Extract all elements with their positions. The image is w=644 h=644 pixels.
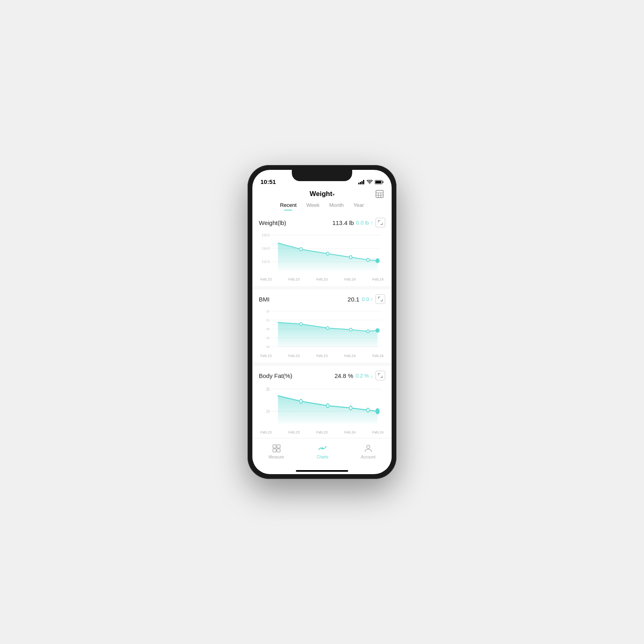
tab-year[interactable]: Year (353, 202, 364, 210)
weight-expand-btn[interactable] (376, 218, 385, 227)
bmi-chart-section: BMI 20.1 0.0 ↑ (252, 289, 392, 363)
svg-rect-47 (273, 445, 276, 448)
bodyfat-chart-dates: Feb.23 Feb.23 Feb.23 Feb.24 Feb.24 (259, 429, 385, 434)
svg-rect-50 (277, 449, 280, 452)
svg-text:18: 18 (266, 345, 269, 349)
signal-icon (358, 180, 365, 185)
svg-rect-49 (273, 449, 276, 452)
svg-point-43 (326, 404, 329, 408)
bmi-value: 20.1 (348, 296, 359, 303)
notch (292, 170, 352, 181)
bottom-tab-bar: Measure Charts Account (252, 438, 392, 470)
bmi-chart-values: 20.1 0.0 ↑ (348, 294, 385, 304)
phone-frame: 10:51 (248, 165, 396, 479)
svg-text:114.0: 114.0 (262, 247, 270, 251)
account-icon (363, 443, 374, 454)
svg-text:20: 20 (266, 327, 270, 331)
bmi-chart-dates: Feb.23 Feb.23 Feb.23 Feb.24 Feb.24 (259, 353, 385, 358)
bodyfat-chart-section: Body Fat(%) 24.8 % 0.2 % ↓ (252, 366, 392, 438)
battery-icon (375, 180, 384, 185)
bmi-chart-container: 22 21 20 19 18 (259, 307, 385, 359)
svg-point-21 (367, 258, 369, 262)
app-title: Weight▾ (310, 190, 334, 198)
svg-point-51 (322, 447, 324, 449)
svg-text:21: 21 (266, 318, 269, 322)
bodyfat-change: 0.2 % ↓ (356, 373, 373, 379)
svg-rect-2 (361, 181, 363, 184)
measure-icon (271, 443, 282, 454)
weight-chart-values: 113.4 lb 0.0 lb ↑ (332, 218, 385, 227)
phone-screen: 10:51 (252, 170, 392, 474)
bmi-chart-header: BMI 20.1 0.0 ↑ (259, 294, 385, 304)
bodyfat-value: 24.8 % (334, 372, 353, 379)
charts-icon (317, 443, 328, 454)
bodyfat-chart-header: Body Fat(%) 24.8 % 0.2 % ↓ (259, 371, 385, 380)
tab-recent[interactable]: Recent (280, 202, 297, 210)
weight-chart-label: Weight(lb) (259, 219, 286, 226)
svg-point-35 (349, 328, 352, 331)
charts-label: Charts (317, 455, 328, 459)
period-tabs: Recent Week Month Year (252, 200, 392, 213)
tab-bar-measure[interactable]: Measure (268, 443, 284, 459)
weight-value: 113.4 lb (332, 219, 354, 226)
svg-text:112.0: 112.0 (262, 260, 270, 264)
tab-month[interactable]: Month (329, 202, 344, 210)
measure-label: Measure (268, 455, 284, 459)
svg-point-20 (349, 256, 352, 259)
svg-point-42 (299, 399, 302, 403)
svg-point-44 (349, 406, 352, 410)
svg-rect-48 (277, 445, 280, 448)
svg-point-19 (326, 252, 329, 255)
svg-rect-0 (358, 183, 359, 184)
svg-text:24: 24 (266, 409, 269, 414)
weight-chart-container: 116.0 114.0 112.0 (259, 231, 385, 283)
account-label: Account (361, 455, 376, 459)
svg-point-36 (367, 330, 369, 333)
svg-rect-5 (383, 182, 384, 183)
home-indicator (296, 470, 348, 472)
bmi-chart-svg: 22 21 20 19 18 (259, 307, 385, 351)
dropdown-arrow[interactable]: ▾ (332, 192, 334, 197)
weight-chart-dates: Feb.23 Feb.23 Feb.23 Feb.24 Feb.24 (259, 277, 385, 281)
svg-text:116.0: 116.0 (262, 233, 270, 237)
svg-point-34 (326, 327, 329, 330)
svg-text:19: 19 (266, 336, 269, 340)
weight-chart-section: Weight(lb) 113.4 lb 0.0 lb ↑ (252, 213, 392, 286)
weight-chart-header: Weight(lb) 113.4 lb 0.0 lb ↑ (259, 218, 385, 227)
svg-text:22: 22 (266, 310, 269, 313)
svg-rect-3 (363, 180, 364, 184)
status-icons (358, 180, 384, 185)
svg-rect-6 (376, 181, 382, 184)
svg-rect-1 (360, 182, 361, 184)
weight-change: 0.0 lb ↑ (356, 220, 373, 226)
weight-chart-svg: 116.0 114.0 112.0 (259, 231, 385, 275)
svg-point-45 (367, 408, 369, 412)
svg-point-52 (367, 445, 370, 448)
svg-text:26: 26 (266, 386, 269, 392)
tab-bar-account[interactable]: Account (361, 443, 376, 459)
svg-point-33 (299, 323, 302, 326)
tab-week[interactable]: Week (306, 202, 320, 210)
bmi-expand-btn[interactable] (376, 294, 385, 304)
svg-rect-7 (376, 190, 383, 198)
bodyfat-chart-values: 24.8 % 0.2 % ↓ (334, 371, 385, 380)
svg-point-37 (376, 329, 380, 332)
bodyfat-chart-container: 26 24 Feb.23 (259, 384, 385, 436)
bodyfat-expand-btn[interactable] (376, 371, 385, 380)
status-time: 10:51 (260, 178, 276, 185)
bodyfat-chart-label: Body Fat(%) (259, 372, 292, 379)
table-icon-btn[interactable] (374, 188, 385, 200)
bmi-chart-label: BMI (259, 296, 270, 303)
app-header: Weight▾ (252, 188, 392, 200)
svg-point-22 (376, 259, 380, 263)
main-content: Weight(lb) 113.4 lb 0.0 lb ↑ (252, 213, 392, 438)
svg-point-18 (299, 248, 302, 251)
tab-bar-charts[interactable]: Charts (317, 443, 328, 459)
bmi-change: 0.0 ↑ (362, 296, 373, 302)
svg-point-46 (376, 409, 380, 414)
bodyfat-chart-svg: 26 24 (259, 384, 385, 428)
wifi-icon (367, 180, 373, 185)
